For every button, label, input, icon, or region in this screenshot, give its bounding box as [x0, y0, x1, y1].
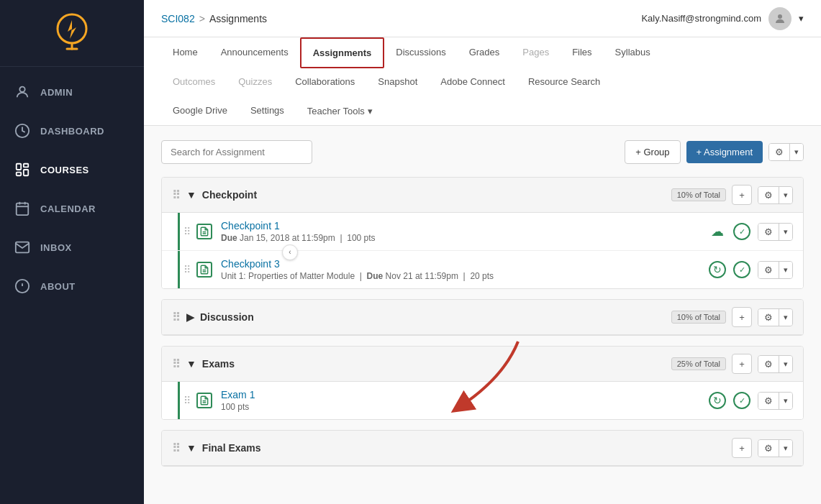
exams-settings-split[interactable]: ⚙ ▾ [758, 355, 793, 373]
tab-adobe-connect[interactable]: Adobe Connect [429, 68, 517, 97]
checkpoint-add-button[interactable]: + [732, 185, 752, 205]
main-content: SCI082 > Assignments Kaly.Nasiff@strongm… [144, 0, 821, 504]
tab-teacher-tools[interactable]: Teacher Tools ▾ [296, 97, 384, 125]
assignments-toolbar: + Group + Assignment ⚙ ▾ [161, 140, 804, 164]
assignment-type-icon [196, 393, 212, 408]
checkpoint-settings-split[interactable]: ⚙ ▾ [758, 186, 793, 204]
toolbar-right: + Group + Assignment ⚙ ▾ [625, 140, 804, 164]
breadcrumb-course[interactable]: SCI082 [161, 13, 195, 24]
add-assignment-button[interactable]: + Assignment [686, 141, 763, 163]
assignment-type-icon [196, 262, 212, 278]
refresh-circle-icon: ↻ [709, 261, 726, 278]
sidebar-item-dashboard[interactable]: DASHBOARD [0, 111, 144, 150]
sidebar-collapse-button[interactable]: ‹ [282, 244, 298, 260]
user-menu[interactable]: Kaly.Nasiff@strongmind.com ▾ [641, 7, 804, 30]
group-checkpoint-header[interactable]: ⠿ ▼ Checkpoint 10% of Total + ⚙ ▾ [162, 178, 803, 213]
group-checkpoint-left: ⠿ ▼ Checkpoint [172, 188, 257, 202]
cp1-settings-split[interactable]: ⚙ ▾ [758, 223, 793, 241]
tab-home[interactable]: Home [161, 38, 209, 68]
exam1-settings-arrow[interactable]: ▾ [779, 393, 792, 409]
exams-settings-arrow[interactable]: ▾ [779, 356, 792, 372]
tab-quizzes[interactable]: Quizzes [227, 68, 284, 97]
group-name-discussion: Discussion [200, 311, 254, 323]
cp1-meta: Due Jan 15, 2018 at 11:59pm | 100 pts [221, 233, 709, 243]
group-exams-header[interactable]: ⠿ ▼ Exams 25% of Total + ⚙ ▾ [162, 347, 803, 382]
search-input[interactable] [161, 140, 312, 164]
sidebar-item-calendar[interactable]: CALENDAR [0, 189, 144, 228]
cp3-meta: Unit 1: Properties of Matter Module | Du… [221, 271, 709, 281]
teacher-tools-label: Teacher Tools [307, 106, 365, 116]
final-exams-add-button[interactable]: + [732, 438, 752, 458]
tab-resource-search[interactable]: Resource Search [517, 68, 612, 97]
left-border [178, 213, 180, 250]
svg-rect-7 [24, 164, 28, 168]
drag-handle-icon: ⠿ [172, 188, 181, 202]
sidebar-item-admin[interactable]: ADMIN [0, 73, 144, 111]
exams-settings-btn[interactable]: ⚙ [758, 356, 779, 372]
cp1-title[interactable]: Checkpoint 1 [221, 220, 709, 232]
discussion-percent-badge: 10% of Total [671, 311, 726, 324]
discussion-settings-arrow[interactable]: ▾ [779, 309, 792, 326]
tab-snapshot[interactable]: Snapshot [366, 68, 429, 97]
exam1-title[interactable]: Exam 1 [221, 389, 709, 400]
final-exams-settings-split[interactable]: ⚙ ▾ [758, 439, 793, 457]
cp1-settings-btn[interactable]: ⚙ [758, 224, 779, 240]
checkpoint-percent-badge: 10% of Total [671, 188, 726, 201]
settings-main-btn[interactable]: ⚙ [769, 144, 790, 160]
svg-rect-10 [17, 203, 29, 216]
cp3-title[interactable]: Checkpoint 3 [221, 258, 709, 270]
discussion-settings-split[interactable]: ⚙ ▾ [758, 308, 793, 326]
exam1-settings-split[interactable]: ⚙ ▾ [758, 392, 793, 410]
discussion-settings-btn[interactable]: ⚙ [758, 309, 779, 326]
discussion-add-button[interactable]: + [732, 307, 752, 327]
breadcrumb-current: Assignments [209, 13, 267, 24]
cp1-settings-arrow[interactable]: ▾ [779, 224, 792, 240]
tab-files[interactable]: Files [561, 38, 603, 68]
settings-arrow-btn[interactable]: ▾ [790, 144, 803, 160]
tab-google-drive[interactable]: Google Drive [161, 96, 239, 126]
teacher-tools-chevron: ▾ [368, 106, 373, 116]
group-discussion-right: 10% of Total + ⚙ ▾ [671, 307, 793, 327]
cloud-icon: ☁ [709, 223, 726, 240]
exams-add-button[interactable]: + [732, 354, 752, 374]
chevron-down-icon: ▼ [186, 358, 196, 370]
tab-pages[interactable]: Pages [511, 38, 561, 68]
add-group-button[interactable]: + Group [625, 140, 680, 164]
chevron-right-icon: ▶ [186, 311, 194, 323]
svg-rect-9 [17, 173, 21, 176]
group-discussion-header[interactable]: ⠿ ▶ Discussion 10% of Total + ⚙ ▾ [162, 300, 803, 335]
sidebar-item-courses[interactable]: COURSES [0, 150, 144, 189]
exam1-info: Exam 1 100 pts [221, 389, 709, 412]
cp3-settings-arrow[interactable]: ▾ [779, 262, 792, 278]
tab-discussions[interactable]: Discussions [384, 38, 457, 68]
group-discussion: ⠿ ▶ Discussion 10% of Total + ⚙ ▾ [161, 299, 804, 336]
tab-outcomes[interactable]: Outcomes [161, 68, 227, 97]
tab-announcements[interactable]: Announcements [209, 38, 300, 68]
tab-settings[interactable]: Settings [239, 96, 296, 126]
final-exams-settings-btn[interactable]: ⚙ [758, 440, 779, 457]
checkpoint-settings-arrow[interactable]: ▾ [779, 187, 792, 203]
add-group-label: + Group [635, 147, 669, 157]
tab-syllabus[interactable]: Syllabus [604, 38, 662, 68]
check-circle-icon: ✓ [733, 392, 750, 409]
exam1-settings-btn[interactable]: ⚙ [758, 393, 779, 409]
item-drag-handle: ⠿ [183, 226, 191, 237]
assignment-item-cp1: ⠿ Checkpoint 1 Due Jan 15, 2018 at 11:59… [162, 213, 803, 251]
cp3-settings-btn[interactable]: ⚙ [758, 262, 779, 278]
group-exams-right: 25% of Total + ⚙ ▾ [671, 354, 793, 374]
group-exams: ⠿ ▼ Exams 25% of Total + ⚙ ▾ ⠿ [161, 346, 804, 420]
assignments-content: + Group + Assignment ⚙ ▾ ⠿ ▼ Che [144, 126, 821, 504]
toolbar-settings-split[interactable]: ⚙ ▾ [768, 143, 804, 161]
chevron-down-icon: ▼ [186, 442, 196, 454]
final-exams-settings-arrow[interactable]: ▾ [779, 440, 792, 457]
sidebar-item-about[interactable]: ABOUT [0, 267, 144, 306]
sidebar-item-inbox[interactable]: INBOX [0, 228, 144, 267]
cp3-settings-split[interactable]: ⚙ ▾ [758, 261, 793, 279]
checkpoint-settings-btn[interactable]: ⚙ [758, 187, 779, 203]
nav-row-3: Google Drive Settings Teacher Tools ▾ [161, 96, 804, 125]
tab-assignments[interactable]: Assignments [300, 37, 385, 68]
sidebar-item-label: DASHBOARD [40, 126, 104, 137]
group-final-exams-header[interactable]: ⠿ ▼ Final Exams + ⚙ ▾ [162, 431, 803, 466]
tab-collaborations[interactable]: Collaborations [284, 68, 366, 97]
tab-grades[interactable]: Grades [458, 38, 512, 68]
